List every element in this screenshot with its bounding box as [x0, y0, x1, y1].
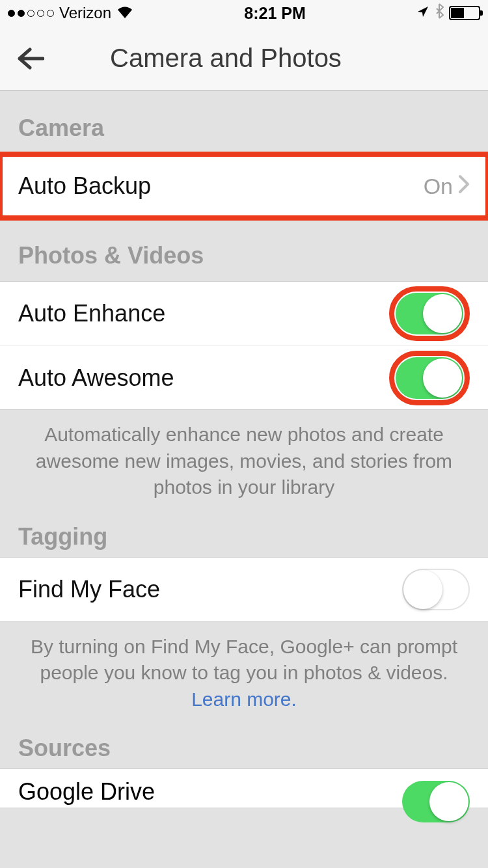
find-my-face-label: Find My Face [18, 576, 402, 603]
tagging-description-text: By turning on Find My Face, Google+ can … [31, 636, 457, 684]
section-header-photos-videos: Photos & Videos [0, 219, 488, 281]
auto-backup-label: Auto Backup [18, 172, 424, 200]
auto-backup-value: On [424, 174, 453, 199]
row-google-drive: Google Drive [0, 768, 488, 807]
find-my-face-toggle[interactable] [402, 569, 470, 610]
auto-enhance-highlight [389, 286, 470, 341]
status-bar: Verizon 8:21 PM [0, 0, 488, 26]
carrier-label: Verizon [59, 4, 111, 22]
row-auto-backup[interactable]: Auto Backup On [0, 154, 488, 218]
wifi-icon [116, 4, 133, 22]
auto-enhance-toggle[interactable] [396, 293, 463, 334]
row-find-my-face: Find My Face [0, 558, 488, 621]
section-header-camera: Camera [0, 91, 488, 154]
tagging-description: By turning on Find My Face, Google+ can … [0, 622, 488, 726]
battery-icon [449, 6, 480, 20]
row-auto-enhance: Auto Enhance [0, 282, 488, 346]
section-header-tagging: Tagging [0, 514, 488, 557]
page-title: Camera and Photos [16, 44, 436, 73]
auto-awesome-toggle[interactable] [396, 357, 463, 399]
auto-enhance-label: Auto Enhance [18, 300, 389, 327]
status-left: Verizon [8, 4, 133, 22]
row-auto-awesome: Auto Awesome [0, 346, 488, 409]
clock-time: 8:21 PM [244, 4, 305, 23]
google-drive-toggle[interactable] [402, 781, 470, 822]
status-right [416, 3, 480, 23]
bluetooth-icon [435, 3, 444, 23]
google-drive-label: Google Drive [18, 778, 155, 806]
page-header: Camera and Photos [0, 26, 488, 91]
signal-strength-icon [8, 10, 54, 17]
location-icon [416, 4, 429, 22]
learn-more-link[interactable]: Learn more. [191, 688, 297, 710]
section-header-sources: Sources [0, 726, 488, 768]
auto-awesome-highlight [389, 351, 470, 405]
photos-videos-description: Automatically enhance new photos and cre… [0, 410, 488, 514]
chevron-right-icon [458, 172, 470, 200]
auto-awesome-label: Auto Awesome [18, 364, 389, 392]
